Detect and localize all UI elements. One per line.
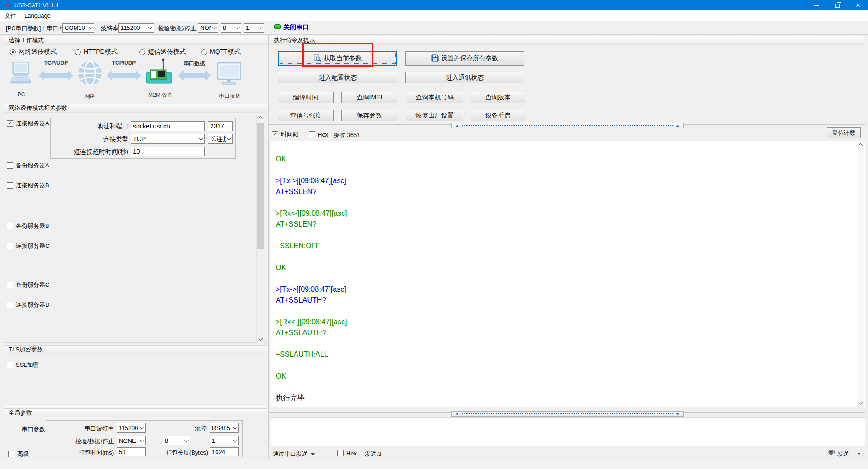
checkbox-label: 时间戳 xyxy=(281,130,298,138)
panel-divider xyxy=(268,35,269,459)
pack-time-input[interactable]: 50 xyxy=(117,447,146,456)
serial-data-bits-select[interactable]: 8 xyxy=(163,436,190,445)
close-port-button[interactable]: 关闭串口 xyxy=(283,24,309,32)
section-title: 选择工作模式 xyxy=(9,36,44,44)
query-local-number-button[interactable]: 查询本机号码 xyxy=(406,92,463,103)
log-line xyxy=(276,360,856,371)
device-restart-button[interactable]: 设备重启 xyxy=(471,110,525,121)
radio-mqtt-mode[interactable]: MQTT模式 xyxy=(201,48,241,56)
clipped-item-indicator xyxy=(6,336,12,336)
query-signal-button[interactable]: 查信号强度 xyxy=(278,110,334,121)
checkbox-connect-server-b[interactable]: 连接服务器B xyxy=(7,182,49,189)
radio-net-transparent-mode[interactable]: 网络透传模式 xyxy=(10,48,57,56)
send-button[interactable]: 发送 xyxy=(837,450,849,458)
left-right-arrow-icon xyxy=(106,71,142,81)
checkbox-connect-server-d[interactable]: 连接服务器D xyxy=(7,301,49,308)
radio-icon xyxy=(10,49,16,55)
checkbox-connect-server-a[interactable]: 连接服务器A xyxy=(7,120,49,127)
reset-counter-button[interactable]: 复位计数 xyxy=(827,127,861,138)
send-input-area[interactable] xyxy=(271,417,865,446)
radio-label: 网络透传模式 xyxy=(19,48,57,56)
checkbox-backup-server-a[interactable]: 备份服务器A xyxy=(7,162,49,169)
log-line xyxy=(276,338,856,349)
enter-comm-state-button[interactable]: 进入通讯状态 xyxy=(405,72,524,83)
pack-len-label: 打包长度(Bytes) xyxy=(150,449,208,457)
conn-type-select[interactable]: TCP xyxy=(131,134,205,144)
menu-language[interactable]: Language xyxy=(20,10,55,21)
serial-params-groupbox: 串口波特率 115200( 流控 RS485 检验/数据/停止 NONE 8 1… xyxy=(46,420,243,457)
baud-select[interactable]: 115200 xyxy=(118,23,154,33)
button-label: 查信号强度 xyxy=(290,112,322,120)
chevron-down-icon xyxy=(231,440,238,441)
serial-stop-bits-select[interactable]: 1 xyxy=(210,436,239,445)
checkbox-icon xyxy=(7,243,13,249)
send-via-serial-dropdown[interactable]: 通过串口发送 xyxy=(273,450,315,458)
checkbox-icon xyxy=(7,282,13,288)
server-a-port-input[interactable]: 2317 xyxy=(208,121,233,131)
splitter-handle[interactable] xyxy=(451,123,684,128)
chevron-down-icon xyxy=(257,27,264,28)
log-splitter-bottom[interactable] xyxy=(269,411,865,417)
restore-button[interactable] xyxy=(827,0,848,10)
radio-sms-mode[interactable]: 短信透传模式 xyxy=(139,48,186,56)
parity-select[interactable]: NONI xyxy=(198,23,218,33)
scroll-down-icon[interactable] xyxy=(257,335,264,343)
flow-select[interactable]: RS485 xyxy=(210,423,239,433)
factory-reset-button[interactable]: 恢复出厂设置 xyxy=(406,110,463,121)
checkbox-ssl[interactable]: SSL加密 xyxy=(7,361,39,369)
globe-icon xyxy=(77,61,103,88)
enter-config-state-button[interactable]: 进入配置状态 xyxy=(278,72,397,83)
set-save-all-params-button[interactable]: 设置并保存所有参数 xyxy=(405,51,524,66)
compile-time-button[interactable]: 编译时间 xyxy=(278,92,334,103)
query-imei-button[interactable]: 查询IMEI xyxy=(341,92,397,103)
com-port-select[interactable]: COM10 xyxy=(62,23,94,33)
checkbox-label: 连接服务器D xyxy=(16,301,49,309)
save-params-button[interactable]: 保存参数 xyxy=(341,110,397,121)
serial-parity-label: 检验/数据/停止 xyxy=(64,437,114,445)
short-conn-timeout-input[interactable]: 10 xyxy=(131,147,205,156)
button-label: 进入配置状态 xyxy=(319,74,357,82)
checkbox-label: 备份服务器A xyxy=(16,161,49,170)
splitter-handle[interactable] xyxy=(451,411,684,417)
scroll-down-icon[interactable] xyxy=(857,399,864,407)
checkbox-icon xyxy=(7,362,13,368)
data-bits-select[interactable]: 8 xyxy=(221,23,241,33)
radio-httpd-mode[interactable]: HTTPD模式 xyxy=(75,48,118,56)
titlebar: USR-CAT1 V1.1.4 xyxy=(0,0,868,10)
checkbox-rx-hex[interactable]: Hex xyxy=(309,131,328,138)
server-a-address-input[interactable]: socket.usr.cn xyxy=(131,121,205,131)
serial-baud-select[interactable]: 115200( xyxy=(117,423,146,433)
checkbox-timestamp[interactable]: 时间戳 xyxy=(272,131,298,138)
log-scrollbar[interactable] xyxy=(857,142,864,407)
close-window-button[interactable] xyxy=(848,0,868,10)
minimize-button[interactable] xyxy=(806,0,827,10)
left-panel-scrollbar[interactable] xyxy=(256,114,264,343)
log-line: OK xyxy=(276,154,856,165)
checkbox-backup-server-b[interactable]: 备份服务器B xyxy=(7,223,49,230)
checkbox-label: 连接服务器A xyxy=(16,119,49,128)
scrollbar-thumb[interactable] xyxy=(257,123,264,249)
checkbox-advanced[interactable]: 高级 xyxy=(8,450,29,458)
serial-parity-select[interactable]: NONE xyxy=(117,436,146,445)
scroll-up-icon[interactable] xyxy=(257,114,264,122)
send-options-arrow-icon[interactable] xyxy=(857,453,861,455)
checkbox-backup-server-c[interactable]: 备份服务器C xyxy=(7,281,49,289)
log-splitter-top[interactable] xyxy=(269,123,865,128)
serial-baud-label: 串口波特率 xyxy=(64,425,114,433)
pack-len-input[interactable]: 1024 xyxy=(210,447,239,456)
keepalive-select[interactable]: 长连接 xyxy=(208,134,233,144)
checkbox-tx-hex[interactable]: Hex xyxy=(337,450,357,457)
button-label: 编译时间 xyxy=(293,94,319,102)
checkbox-label: 备份服务器C xyxy=(16,281,49,289)
section-divider xyxy=(4,405,267,407)
menu-file[interactable]: 文件 xyxy=(0,10,20,21)
checkbox-connect-server-c[interactable]: 连接服务器C xyxy=(7,242,49,250)
link-label: TCP/UDP xyxy=(106,60,142,66)
app-window: USR-CAT1 V1.1.4 文件 Language [PC串口参数]：串口号… xyxy=(0,0,868,469)
button-label: 查询IMEI xyxy=(357,94,382,102)
query-version-button[interactable]: 查询版本 xyxy=(471,92,525,103)
log-panel[interactable]: OK >[Tx->][09:08:47][asc]AT+SSLEN? >[Rx<… xyxy=(271,141,865,407)
restore-icon xyxy=(835,4,840,8)
stop-bits-select[interactable]: 1 xyxy=(244,23,264,33)
scroll-up-icon[interactable] xyxy=(857,142,864,149)
